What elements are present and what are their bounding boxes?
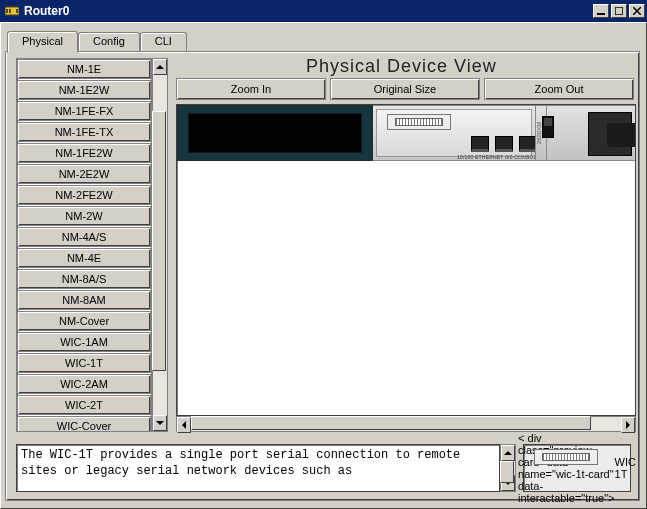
nm-slot-empty[interactable] — [177, 105, 373, 161]
tab-config[interactable]: Config — [78, 32, 140, 52]
power-switch[interactable] — [542, 116, 554, 138]
svg-rect-2 — [9, 9, 11, 13]
list-item[interactable]: WIC-1AM — [17, 332, 151, 352]
device-viewport: 10/100 ETHERNET 0/0 CONSOLE AUX 2620XM — [176, 104, 636, 434]
list-item[interactable]: NM-1FE2W — [17, 143, 151, 163]
window-title: Router0 — [24, 4, 591, 18]
hscroll-track[interactable] — [191, 417, 621, 431]
port-row — [471, 136, 537, 152]
wic-slot-connector[interactable] — [387, 114, 451, 130]
hscroll-thumb[interactable] — [191, 416, 591, 430]
chassis-mid: 10/100 ETHERNET 0/0 CONSOLE AUX — [373, 105, 535, 161]
chevron-up-icon — [504, 447, 512, 455]
zoom-out-button[interactable]: Zoom Out — [484, 78, 634, 100]
list-item[interactable]: WIC-2AM — [17, 374, 151, 394]
list-item[interactable]: NM-1E — [17, 59, 151, 79]
console-port[interactable] — [495, 136, 513, 152]
list-item[interactable]: WIC-1T — [17, 353, 151, 373]
list-item[interactable]: NM-1FE-TX — [17, 122, 151, 142]
serial-connector-icon — [534, 449, 598, 465]
scroll-left-button[interactable] — [177, 417, 191, 433]
chevron-left-icon — [178, 421, 186, 429]
module-list-inner: NM-1E NM-1E2W NM-1FE-FX NM-1FE-TX NM-1FE… — [16, 58, 152, 432]
power-socket[interactable] — [588, 112, 632, 156]
list-item[interactable]: NM-4E — [17, 248, 151, 268]
view-title: Physical Device View — [306, 56, 497, 77]
scroll-track[interactable] — [153, 75, 167, 415]
card-label: WIC1T — [615, 456, 636, 480]
chevron-up-icon — [156, 61, 164, 69]
tab-strip: Physical Config CLI — [5, 27, 642, 51]
list-item[interactable]: NM-2E2W — [17, 164, 151, 184]
device-hscrollbar[interactable] — [176, 416, 636, 432]
chassis-face: 10/100 ETHERNET 0/0 CONSOLE AUX — [376, 109, 532, 157]
scroll-thumb[interactable] — [500, 461, 514, 483]
tab-physical[interactable]: Physical — [7, 31, 78, 53]
zoom-in-button[interactable]: Zoom In — [176, 78, 326, 100]
close-button[interactable] — [629, 4, 645, 18]
list-item[interactable]: NM-1E2W — [17, 80, 151, 100]
module-preview[interactable]: < — [523, 444, 631, 492]
list-item[interactable]: NM-2W — [17, 206, 151, 226]
chevron-right-icon — [626, 421, 634, 429]
chevron-down-icon — [156, 421, 164, 429]
scroll-track[interactable] — [501, 461, 515, 475]
list-item[interactable]: NM-2FE2W — [17, 185, 151, 205]
list-item[interactable]: WIC-2T — [17, 395, 151, 415]
scroll-up-button[interactable] — [501, 445, 515, 461]
scroll-thumb[interactable] — [152, 111, 166, 371]
power-module: 2620XM — [535, 105, 636, 161]
connector-pins-icon — [542, 453, 590, 461]
app-icon — [4, 3, 20, 19]
scroll-down-button[interactable] — [153, 415, 167, 431]
description-panel: The WIC-1T provides a single port serial… — [16, 444, 516, 492]
list-item[interactable]: NM-1FE-FX — [17, 101, 151, 121]
ethernet-port[interactable] — [471, 136, 489, 152]
svg-rect-1 — [6, 9, 8, 13]
router-chassis[interactable]: 10/100 ETHERNET 0/0 CONSOLE AUX 2620XM — [177, 105, 636, 161]
tab-panel-physical: NM-1E NM-1E2W NM-1FE-FX NM-1FE-TX NM-1FE… — [5, 51, 640, 501]
description-text: The WIC-1T provides a single port serial… — [16, 444, 500, 492]
minimize-button[interactable] — [593, 4, 609, 18]
maximize-button[interactable] — [611, 4, 627, 18]
scroll-right-button[interactable] — [621, 417, 635, 433]
zoom-toolbar: Zoom In Original Size Zoom Out — [176, 78, 634, 100]
module-list-scrollbar[interactable] — [152, 58, 168, 432]
list-item[interactable]: NM-8AM — [17, 290, 151, 310]
module-list: NM-1E NM-1E2W NM-1FE-FX NM-1FE-TX NM-1FE… — [16, 58, 168, 432]
svg-rect-3 — [16, 9, 18, 13]
window-controls — [591, 4, 645, 18]
list-item[interactable]: NM-4A/S — [17, 227, 151, 247]
tab-cli[interactable]: CLI — [140, 32, 187, 52]
list-item[interactable]: NM-8A/S — [17, 269, 151, 289]
description-scrollbar[interactable] — [500, 444, 516, 492]
svg-rect-5 — [615, 7, 623, 15]
scroll-up-button[interactable] — [153, 59, 167, 75]
list-item[interactable]: NM-Cover — [17, 311, 151, 331]
original-size-button[interactable]: Original Size — [330, 78, 480, 100]
device-canvas[interactable]: 10/100 ETHERNET 0/0 CONSOLE AUX 2620XM — [176, 104, 636, 416]
svg-rect-4 — [597, 13, 605, 15]
window-body: Physical Config CLI NM-1E NM-1E2W NM-1FE… — [0, 22, 647, 509]
title-bar: Router0 — [0, 0, 647, 22]
list-item[interactable]: WIC-Cover — [17, 416, 151, 432]
slot-cover — [188, 113, 362, 153]
connector-pins-icon — [395, 118, 443, 126]
